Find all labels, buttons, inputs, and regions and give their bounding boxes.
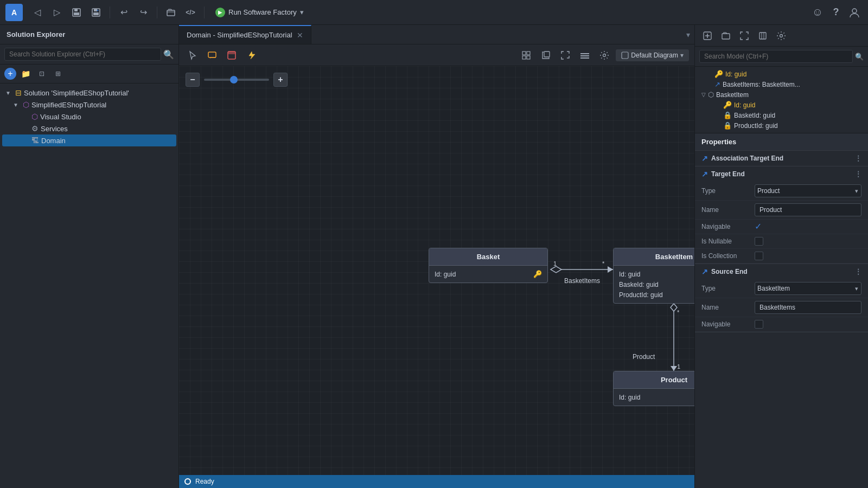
props-section-source-header[interactable]: ↗ Source End ⋮ [695,264,868,279]
diagram-class-btn[interactable] [224,48,240,63]
zoom-in-btn[interactable]: + [273,73,288,87]
tree-item-visual-studio[interactable]: ⬡ Visual Studio [2,111,176,123]
diagram-comment-btn[interactable] [204,48,220,63]
props-section-association-target-end: ↗ Association Target End ⋮ [695,151,868,166]
source-type-row: Type BasketItem Basket Product [695,279,868,298]
tree-item-solution[interactable]: ▼ ⊟ Solution 'SimplifiedEShopTutorial' [2,87,176,99]
diagram-select-btn[interactable] [184,48,201,63]
source-type-select[interactable]: BasketItem Basket Product [755,282,861,295]
right-search-input[interactable] [699,50,853,63]
basket-entity[interactable]: Basket Id: guid 🔑 [429,248,548,283]
back-btn[interactable]: ◁ [29,4,46,21]
main-layout: Solution Explorer 🔍 + 📁 ⊡ ⊞ ▼ ⊟ Solution… [0,25,868,488]
right-new-btn[interactable] [699,28,716,43]
sidebar-expand-btn[interactable]: ⊡ [35,67,49,81]
account-btn[interactable] [846,4,863,21]
run-dropdown-arrow[interactable]: ▾ [300,8,304,16]
diagram-settings-btn[interactable] [596,48,612,63]
tab-label: Domain - SimplifiedEShopTutorial [187,31,292,39]
model-tree-item-basketitem[interactable]: ▽ ⬡ BasketItem [697,89,866,100]
undo-btn[interactable]: ↩ [116,4,132,21]
basket-field-id: Id: guid 🔑 [435,269,542,279]
run-software-factory-btn[interactable]: ▶ Run Software Factory ▾ [210,5,309,20]
model-tree-item-basketitem-basketid[interactable]: 🔒 BasketId: guid [697,110,866,120]
code-btn[interactable]: </> [182,4,199,21]
sidebar-search-icon[interactable]: 🔍 [163,49,174,60]
basket-item-entity[interactable]: BasketItem Id: guid 🔑 BaskeId: guid 🔒 Pr… [613,248,694,304]
model-tree-item-basketitem-id[interactable]: 🔑 Id: guid [697,100,866,110]
source-navigable-checkbox[interactable] [755,320,763,329]
tab-maximize-btn[interactable]: ▾ [686,30,690,39]
diagram-open-btn[interactable] [538,48,554,63]
target-collection-checkbox[interactable] [755,252,763,260]
right-open-btn[interactable] [718,28,734,43]
target-navigable-checkbox[interactable]: ✓ [755,222,762,231]
zoom-slider-thumb[interactable] [230,76,238,84]
sidebar-add-btn[interactable]: + [4,68,16,80]
svg-marker-24 [608,266,613,273]
source-name-input[interactable] [755,301,861,314]
open-btn[interactable] [163,4,179,21]
right-search-bar: 🔍 [695,47,868,67]
source-end-menu-btn[interactable]: ⋮ [855,268,861,275]
svg-point-20 [603,54,606,56]
sidebar-folder-btn[interactable]: 📁 [18,67,33,81]
default-diagram-arrow: ▾ [680,52,684,59]
basket-header: Basket [429,248,547,266]
basket-item-field-basketid: BaskeId: guid 🔒 [619,279,694,290]
model-tree: 🔑 Id: guid ↗ BasketItems: BasketItem... … [695,67,868,133]
basket-body: Id: guid 🔑 [429,266,547,282]
svg-marker-30 [671,366,677,371]
target-nullable-row: Is Nullable [695,234,868,249]
diagram-lightning-btn[interactable] [243,48,259,63]
zoom-slider-track[interactable] [204,79,269,81]
right-search-icon[interactable]: 🔍 [855,53,864,61]
svg-rect-16 [544,52,550,57]
right-settings-btn[interactable] [773,28,789,43]
diagram-canvas[interactable]: − + 1 * BasketItems [179,66,694,475]
default-diagram-btn[interactable]: Default Diagram ▾ [616,49,689,61]
model-tree-item-basketitems[interactable]: ↗ BasketItems: BasketItem... [697,79,866,89]
diagram-layout-btn[interactable] [577,48,593,63]
target-nullable-checkbox[interactable] [755,237,763,246]
tab-close-btn[interactable]: ✕ [297,31,303,40]
app-logo: A [5,4,23,21]
model-basketitem-icon: ⬡ [708,91,714,99]
help-btn[interactable]: ? [828,4,844,21]
save-btn[interactable] [68,4,85,21]
product-body: Id: guid 🔑 [614,389,694,406]
svg-marker-23 [551,266,561,273]
right-panel: 🔍 🔑 Id: guid ↗ BasketItems: BasketItem..… [694,25,868,488]
model-tree-item-basketitem-productid[interactable]: 🔒 ProductId: guid [697,120,866,131]
tab-domain[interactable]: Domain - SimplifiedEShopTutorial ✕ [179,25,311,44]
tree-item-services[interactable]: ⚙ Services [2,123,176,134]
tree-item-domain[interactable]: 🏗 Domain [2,134,176,146]
emoji-btn[interactable]: ☺ [809,4,826,21]
target-end-menu-btn[interactable]: ⋮ [855,170,861,178]
basket-id-key-icon: 🔑 [533,270,542,278]
saveas-btn[interactable]: + [88,4,104,21]
props-section-target-header[interactable]: ↗ Target End ⋮ [695,166,868,182]
target-name-row: Name [695,201,868,220]
svg-rect-21 [622,52,628,59]
diagram-fit-btn[interactable] [557,48,573,63]
association-target-end-menu-btn[interactable]: ⋮ [855,155,861,162]
diagram-grid-btn[interactable] [518,48,534,63]
right-expand-btn[interactable] [736,28,752,43]
forward-btn[interactable]: ▷ [49,4,65,21]
props-section-source-end: ↗ Source End ⋮ Type BasketItem Basket Pr… [695,264,868,332]
sidebar-collapse-btn[interactable]: ⊞ [51,67,65,81]
product-entity[interactable]: Product Id: guid 🔑 [613,371,694,406]
model-tree-item-id[interactable]: 🔑 Id: guid [697,69,866,79]
right-fit-btn[interactable] [755,28,771,43]
target-name-input[interactable] [755,203,861,216]
props-section-association-header[interactable]: ↗ Association Target End ⋮ [695,151,868,166]
svg-rect-35 [722,34,730,39]
redo-btn[interactable]: ↪ [135,4,151,21]
tree-item-project[interactable]: ▼ ⬡ SimplifiedEShopTutorial [2,99,176,111]
right-toolbar [695,25,868,47]
target-type-select[interactable]: Product BasketItem Basket [755,184,861,197]
sidebar-search-input[interactable] [4,48,161,61]
zoom-out-btn[interactable]: − [186,73,200,87]
props-section-target-end: ↗ Target End ⋮ Type Product BasketItem B… [695,166,868,264]
